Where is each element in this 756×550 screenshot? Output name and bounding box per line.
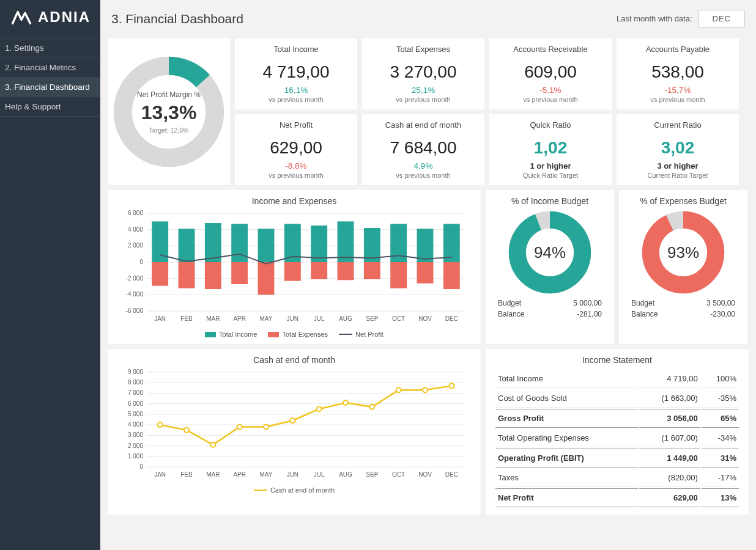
- kpi-value: 629,00: [237, 138, 355, 158]
- table-title: Income Statement: [494, 355, 740, 365]
- kpi-title: Accounts Receivable: [492, 45, 609, 54]
- svg-rect-38: [338, 262, 354, 280]
- income-statement-table: Total Income4 719,00100%Cost of Goods So…: [494, 369, 740, 508]
- bottom-row: Cash at end of month 01 0002 0003 0004 0…: [108, 349, 749, 515]
- svg-text:FEB: FEB: [180, 315, 193, 322]
- kpi-grid: Total Income 4 719,00 16,1% vs previous …: [108, 38, 749, 185]
- kpi-title: Total Income: [237, 45, 355, 54]
- kpi-value: 609,00: [492, 62, 609, 82]
- legend-expenses: Total Expenses: [282, 331, 328, 338]
- nav-item-2[interactable]: 3. Financial Dashboard: [0, 77, 100, 97]
- svg-text:APR: APR: [233, 315, 246, 322]
- nav-item-0[interactable]: 1. Settings: [0, 38, 100, 57]
- svg-text:8 000: 8 000: [128, 379, 143, 386]
- kpi-sub: vs previous month: [365, 96, 482, 103]
- kpi-value: 3,02: [619, 138, 736, 158]
- svg-text:JUN: JUN: [287, 471, 298, 478]
- income-expenses-chart-card: Income and Expenses -6 000-4 000-2 00002…: [108, 190, 481, 344]
- svg-rect-17: [152, 262, 168, 286]
- logo: ADNIA: [0, 0, 100, 38]
- legend-income: Total Income: [219, 331, 257, 338]
- svg-rect-20: [179, 262, 195, 288]
- svg-text:-6 000: -6 000: [126, 307, 144, 314]
- value-balance: -281,00: [577, 310, 602, 318]
- npm-label: Net Profit Margin %: [137, 90, 201, 99]
- kpi-net-profit: Net Profit 629,00 -8,8% vs previous mont…: [235, 114, 357, 185]
- table-row: Total Income4 719,00100%: [495, 370, 739, 388]
- svg-text:AUG: AUG: [339, 315, 352, 322]
- svg-text:1 000: 1 000: [128, 453, 143, 460]
- svg-rect-23: [205, 262, 221, 289]
- svg-text:NOV: NOV: [418, 471, 432, 478]
- svg-rect-41: [364, 262, 380, 279]
- chart-title: Cash at end of month: [116, 355, 472, 365]
- svg-text:3 000: 3 000: [128, 431, 143, 438]
- svg-point-82: [237, 425, 242, 430]
- svg-text:MAR: MAR: [206, 471, 220, 478]
- month-selector[interactable]: DEC: [699, 10, 745, 28]
- kpi-total-expenses: Total Expenses 3 270,00 25,1% vs previou…: [362, 38, 484, 109]
- svg-rect-19: [179, 229, 195, 262]
- svg-point-94: [396, 387, 401, 392]
- svg-text:6 000: 6 000: [128, 210, 143, 216]
- kpi-title: Current Ratio: [619, 120, 736, 130]
- chart-title: Income and Expenses: [116, 196, 472, 206]
- nav-item-3[interactable]: Help & Support: [0, 97, 100, 117]
- svg-rect-22: [205, 223, 221, 262]
- kpi-sub: vs previous month: [237, 172, 355, 179]
- kpi-total-income: Total Income 4 719,00 16,1% vs previous …: [235, 38, 357, 109]
- svg-text:SEP: SEP: [366, 315, 378, 322]
- svg-text:JUL: JUL: [314, 471, 325, 478]
- last-month-label: Last month with data:: [617, 14, 692, 23]
- kpi-value: 538,00: [619, 62, 736, 82]
- income-statement-card: Income Statement Total Income4 719,00100…: [486, 349, 749, 515]
- kpi-delta: -15,7%: [619, 86, 736, 95]
- kpi-title: Accounts Payable: [619, 45, 736, 54]
- svg-text:NOV: NOV: [418, 315, 432, 322]
- nav: 1. Settings2. Financial Metrics3. Financ…: [0, 38, 100, 117]
- npm-value: 13,3%: [141, 101, 197, 124]
- svg-point-90: [343, 400, 348, 405]
- svg-point-78: [184, 428, 189, 433]
- kpi-value: 7 684,00: [365, 138, 482, 158]
- page-title: 3. Financial Dashboard: [111, 12, 243, 26]
- svg-rect-26: [231, 262, 248, 284]
- svg-point-92: [369, 405, 374, 409]
- nav-item-1[interactable]: 2. Financial Metrics: [0, 57, 100, 77]
- kpi-delta: 16,1%: [237, 86, 355, 95]
- kpi-delta: 25,1%: [365, 86, 482, 95]
- kpi-delta: -8,8%: [237, 161, 355, 170]
- kpi-sub: vs previous month: [492, 96, 609, 103]
- legend-netprofit: Net Profit: [355, 331, 384, 338]
- svg-text:APR: APR: [233, 471, 246, 478]
- kpi-accounts-payable: Accounts Payable 538,00 -15,7% vs previo…: [617, 38, 739, 109]
- svg-text:SEP: SEP: [366, 471, 378, 478]
- svg-text:AUG: AUG: [339, 471, 352, 478]
- svg-text:0: 0: [139, 258, 143, 265]
- svg-rect-46: [417, 229, 434, 262]
- kpi-target: 3 or higher: [619, 161, 736, 170]
- table-row: Total Operating Expenses(1 607,00)-34%: [495, 429, 739, 447]
- cash-legend: Cash at end of month: [116, 486, 472, 494]
- value-balance: -230,00: [710, 310, 735, 318]
- label-balance: Balance: [498, 310, 524, 318]
- svg-point-86: [290, 418, 295, 423]
- table-row: Gross Profit3 056,0065%: [495, 409, 739, 428]
- svg-text:JUL: JUL: [314, 315, 325, 322]
- svg-text:MAR: MAR: [206, 315, 220, 322]
- svg-point-98: [449, 383, 454, 388]
- npm-target: Target: 12,0%: [149, 127, 189, 134]
- svg-text:2 000: 2 000: [128, 442, 143, 449]
- legend-cash: Cash at end of month: [270, 486, 335, 494]
- svg-point-76: [158, 422, 163, 427]
- label-balance: Balance: [631, 310, 658, 318]
- svg-text:OCT: OCT: [392, 471, 405, 478]
- svg-rect-37: [338, 221, 354, 262]
- table-row: Operating Profit (EBIT)1 449,0031%: [495, 449, 739, 468]
- svg-rect-50: [443, 262, 460, 289]
- value-budget: 5 000,00: [573, 299, 602, 307]
- kpi-sub: vs previous month: [237, 96, 355, 103]
- chart-title: % of Income Budget: [494, 196, 606, 206]
- svg-rect-47: [417, 262, 434, 284]
- svg-text:JAN: JAN: [154, 471, 166, 478]
